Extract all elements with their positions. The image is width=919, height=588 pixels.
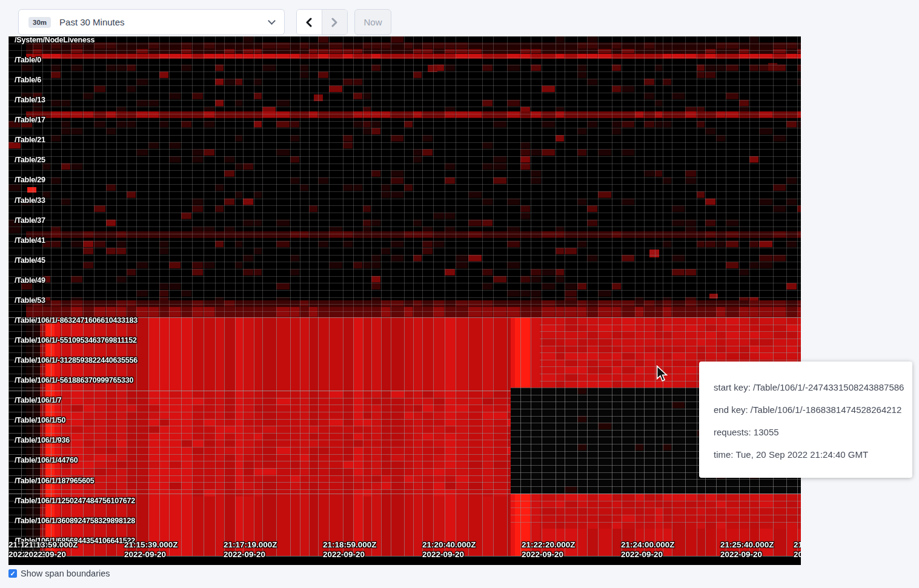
show-span-boundaries-checkbox[interactable]: ✓ <box>8 569 17 578</box>
time-tick-label: 21:17:19.000Z2022-09-20 <box>224 540 277 560</box>
time-range-badge: 30m <box>28 17 51 28</box>
span-tooltip: start key: /Table/106/1/-247433150824388… <box>699 362 912 478</box>
tooltip-line: time: Tue, 20 Sep 2022 21:24:40 GMT <box>714 443 906 466</box>
time-tick-label: 21:20:40.000Z2022-09-20 <box>422 540 476 560</box>
chevron-left-icon <box>305 18 313 27</box>
time-tick-label: 21:24:00.000Z2022-09-20 <box>621 540 675 560</box>
row-label: /Table/13 <box>15 96 45 104</box>
check-icon: ✓ <box>10 570 15 577</box>
time-range-label: Past 30 Minutes <box>59 17 269 27</box>
key-visualizer-chart: /System/NodeLiveness/Table/0/Table/6/Tab… <box>8 36 801 565</box>
row-label: /Table/106/1/936 <box>15 437 70 444</box>
time-range-dropdown[interactable]: 30m Past 30 Minutes <box>18 9 285 35</box>
row-label: /Table/106/1/-561886370999765330 <box>15 377 133 385</box>
tooltip-line: start key: /Table/106/1/-247433150824388… <box>714 376 906 398</box>
time-tick-label: 21:13:59.000Z2022-09-20 <box>24 540 78 560</box>
time-tick-label: 21:15:39.000Z2022-09-20 <box>124 540 178 560</box>
footer: ✓ Show span boundaries <box>8 569 110 578</box>
row-label: /Table/106/1/1250247484756107672 <box>15 497 135 505</box>
row-label: /System/NodeLiveness <box>15 36 95 44</box>
row-label: /Table/106/1/-3128593822440635556 <box>15 357 138 365</box>
chevron-right-icon <box>330 18 339 27</box>
row-label: /Table/0 <box>15 56 41 64</box>
now-button[interactable]: Now <box>354 9 391 35</box>
tooltip-line: end key: /Table/106/1/-18683814745282642… <box>714 398 906 421</box>
key-visualizer-heatmap[interactable] <box>8 36 801 565</box>
time-tick-label: 21:27:20.000Z2022-09-20 <box>794 540 801 560</box>
row-label: /Table/45 <box>15 257 45 265</box>
row-label: /Table/25 <box>15 156 45 164</box>
row-label: /Table/49 <box>15 277 45 285</box>
row-label: /Table/106/1/3608924758329898128 <box>15 517 135 525</box>
row-label: /Table/17 <box>15 116 45 124</box>
row-label: /Table/53 <box>15 297 45 305</box>
row-label: /Table/33 <box>15 197 45 205</box>
tooltip-line: requests: 13055 <box>714 421 906 443</box>
row-label: /Table/106/1/-8632471606610433183 <box>15 317 138 325</box>
chevron-down-icon <box>268 17 276 25</box>
row-label: /Table/21 <box>15 136 45 144</box>
row-label: /Table/37 <box>15 217 45 225</box>
row-label: /Table/106/1/187965605 <box>15 477 95 485</box>
row-label: /Table/41 <box>15 237 45 245</box>
time-nav-group <box>296 9 348 35</box>
toolbar: 30m Past 30 Minutes Now <box>0 0 919 36</box>
show-span-boundaries-label: Show span boundaries <box>21 569 110 578</box>
time-tick-label: 21:25:40.000Z2022-09-20 <box>720 540 774 560</box>
row-label: /Table/106/1/50 <box>15 417 65 424</box>
row-label: /Table/6 <box>15 76 41 84</box>
time-tick-label: 21:18:59.000Z2022-09-20 <box>323 540 377 560</box>
row-label: /Table/29 <box>15 176 45 184</box>
back-button[interactable] <box>297 10 322 35</box>
row-label: /Table/106/1/7 <box>15 397 62 405</box>
time-tick-label: 21:22:20.000Z2022-09-20 <box>522 540 576 560</box>
row-label: /Table/106/1/44760 <box>15 457 78 464</box>
forward-button[interactable] <box>322 10 348 35</box>
row-label: /Table/106/1/-5510953463769811152 <box>15 337 137 345</box>
